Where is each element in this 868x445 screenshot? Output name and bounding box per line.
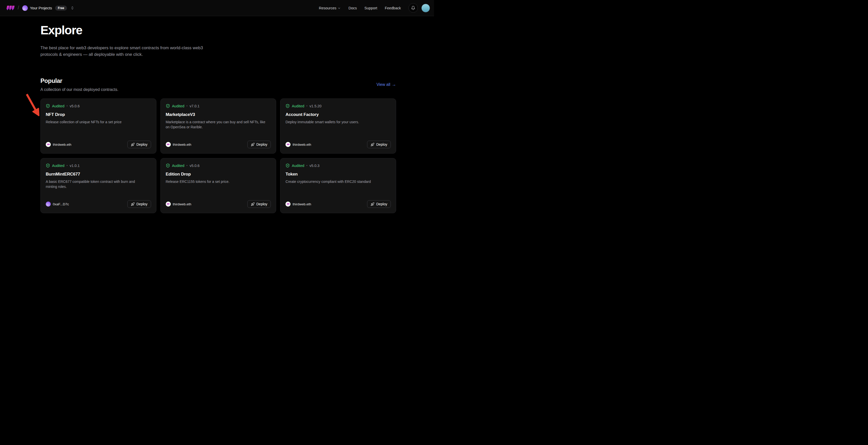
contract-card[interactable]: Audited • v7.0.1 MarketplaceV3 Marketpla…: [160, 98, 276, 154]
publisher-avatar: [46, 142, 51, 147]
nav-link-label: Support: [365, 6, 377, 10]
deploy-label: Deploy: [376, 142, 387, 147]
contract-title: Edition Drop: [166, 172, 271, 177]
contract-card[interactable]: Audited • v1.0.1 BurnMintERC677 A basic …: [40, 158, 156, 213]
publisher-avatar: [285, 142, 290, 147]
breadcrumb-separator: /: [18, 5, 19, 10]
deploy-button[interactable]: Deploy: [367, 200, 391, 208]
thirdweb-logo-icon: [6, 5, 14, 11]
contract-title: NFT Drop: [46, 112, 151, 117]
contract-version: v1.5.20: [309, 104, 321, 108]
dot-separator: •: [306, 104, 308, 108]
thirdweb-mini-logo-icon: [287, 144, 289, 146]
dot-separator: •: [186, 104, 188, 108]
notifications-button[interactable]: [408, 3, 418, 12]
audited-badge: Audited: [172, 164, 184, 168]
contract-description: Create cryptocurrency compliant with ERC…: [285, 179, 386, 184]
publisher-name: thirdweb.eth: [53, 143, 71, 147]
account-avatar[interactable]: [422, 4, 430, 12]
contract-version: v1.0.1: [70, 164, 80, 168]
publisher-link[interactable]: thirdweb.eth: [166, 142, 191, 147]
contract-version: v7.0.1: [189, 104, 199, 108]
rocket-icon: [251, 143, 255, 147]
publisher-name: thirdweb.eth: [173, 202, 191, 206]
publisher-link[interactable]: thirdweb.eth: [46, 142, 71, 147]
shield-check-icon: [166, 163, 170, 168]
rocket-icon: [131, 143, 135, 147]
deploy-label: Deploy: [256, 142, 268, 147]
contract-title: BurnMintERC677: [46, 172, 151, 177]
contract-card[interactable]: Audited • v5.0.6 NFT Drop Release collec…: [40, 98, 156, 154]
nav-link-resources[interactable]: Resources: [319, 6, 341, 10]
nav-link-feedback[interactable]: Feedback: [385, 6, 401, 10]
plan-badge: Free: [55, 5, 67, 10]
publisher-link[interactable]: thirdweb.eth: [285, 201, 311, 206]
project-name: Your Projects: [30, 6, 52, 10]
page-title: Explore: [40, 23, 396, 37]
contract-title: Token: [285, 172, 391, 177]
arrow-right-icon: →: [392, 82, 396, 87]
publisher-link[interactable]: thirdweb.eth: [285, 142, 311, 147]
contract-card[interactable]: Audited • v5.0.3 Token Create cryptocurr…: [280, 158, 396, 213]
contract-card[interactable]: Audited • v1.5.20 Account Factory Deploy…: [280, 98, 396, 154]
view-all-label: View all: [376, 82, 390, 87]
shield-check-icon: [46, 104, 50, 108]
dot-separator: •: [66, 104, 68, 108]
deploy-label: Deploy: [136, 142, 148, 147]
thirdweb-mini-logo-icon: [287, 203, 289, 205]
project-selector[interactable]: Your Projects: [22, 5, 52, 11]
rocket-icon: [131, 202, 135, 206]
deploy-button[interactable]: Deploy: [247, 141, 271, 148]
deploy-button[interactable]: Deploy: [247, 200, 271, 208]
publisher-avatar: [46, 201, 51, 206]
deploy-button[interactable]: Deploy: [127, 141, 151, 148]
nav-link-support[interactable]: Support: [365, 6, 377, 10]
bell-icon: [411, 6, 415, 10]
chevron-down-icon: [338, 6, 341, 10]
explore-page: Explore The best place for web3 develope…: [0, 23, 434, 213]
publisher-name: 0xaF...D7c: [53, 202, 69, 206]
audited-badge: Audited: [292, 164, 304, 168]
publisher-link[interactable]: thirdweb.eth: [166, 201, 191, 206]
nav-link-label: Feedback: [385, 6, 401, 10]
project-switcher-button[interactable]: [70, 6, 74, 10]
contract-version: v5.0.6: [189, 164, 199, 168]
thirdweb-logo[interactable]: [6, 5, 14, 11]
nav-link-docs[interactable]: Docs: [348, 6, 357, 10]
shield-check-icon: [285, 163, 290, 168]
thirdweb-mini-logo-icon: [167, 203, 169, 205]
audited-badge: Audited: [172, 104, 184, 108]
rocket-icon: [371, 143, 374, 147]
project-avatar: [22, 5, 28, 11]
view-all-link[interactable]: View all →: [376, 82, 396, 87]
section-subtitle: A collection of our most deployed contra…: [40, 87, 119, 92]
deploy-label: Deploy: [256, 202, 268, 206]
section-title: Popular: [40, 77, 119, 84]
publisher-name: thirdweb.eth: [292, 143, 311, 147]
rocket-icon: [251, 202, 255, 206]
thirdweb-mini-logo-icon: [47, 144, 50, 146]
shield-check-icon: [285, 104, 290, 108]
contract-description: Marketplace is a contract where you can …: [166, 120, 267, 130]
contract-version: v5.0.3: [309, 164, 319, 168]
rocket-icon: [371, 202, 374, 206]
nav-link-label: Resources: [319, 6, 336, 10]
contract-version: v5.0.6: [70, 104, 80, 108]
audited-badge: Audited: [52, 164, 64, 168]
contract-card[interactable]: Audited • v5.0.6 Edition Drop Release ER…: [160, 158, 276, 213]
dot-separator: •: [306, 164, 308, 167]
deploy-button[interactable]: Deploy: [127, 200, 151, 208]
contract-description: Release collection of unique NFTs for a …: [46, 120, 147, 125]
top-nav: / Your Projects Free ResourcesDocsSuppor…: [0, 0, 434, 16]
contract-description: A basic ERC677 compatible token contract…: [46, 179, 147, 189]
dot-separator: •: [186, 164, 188, 167]
shield-check-icon: [46, 163, 50, 168]
contract-description: Deploy immutable smart wallets for your …: [285, 120, 386, 125]
deploy-button[interactable]: Deploy: [367, 141, 391, 148]
nav-link-label: Docs: [348, 6, 357, 10]
contract-title: Account Factory: [285, 112, 391, 117]
publisher-link[interactable]: 0xaF...D7c: [46, 201, 69, 206]
nav-links: ResourcesDocsSupportFeedback: [319, 6, 401, 10]
popular-section-header: Popular A collection of our most deploye…: [40, 77, 396, 92]
publisher-avatar: [166, 201, 171, 206]
